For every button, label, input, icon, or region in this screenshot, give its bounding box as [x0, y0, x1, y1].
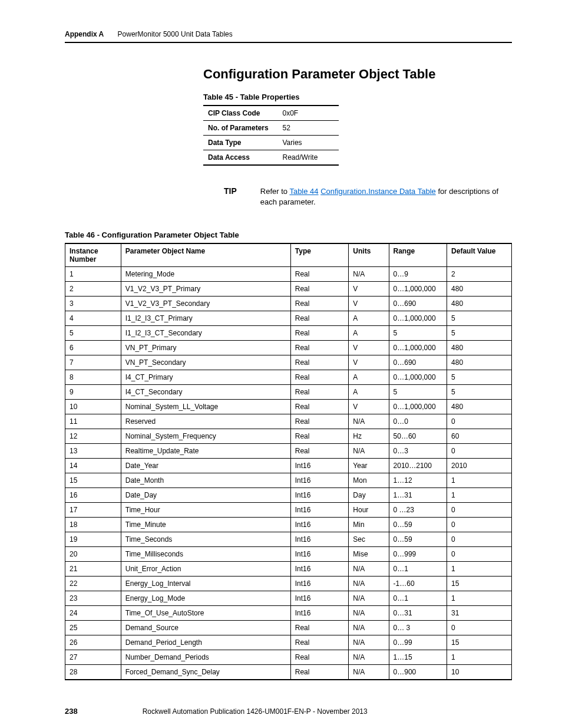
table-row: 22Energy_Log_IntervalInt16N/A-1…6015	[65, 577, 512, 591]
header-text: Appendix A PowerMonitor 5000 Unit Data T…	[65, 30, 233, 38]
cell: Number_Demand_Periods	[121, 650, 290, 665]
cell: 5	[65, 326, 121, 341]
cell: Int16	[290, 562, 349, 577]
table-row: 3V1_V2_V3_PT_SecondaryRealV0…690480	[65, 297, 512, 311]
cell: Sec	[349, 532, 389, 547]
cell: 0…1,000,000	[389, 311, 447, 326]
table-row: Data TypeVaries	[203, 136, 339, 150]
cell: V	[349, 355, 389, 370]
cell: N/A	[349, 444, 389, 459]
table-row: 7VN_PT_SecondaryRealV0…690480	[65, 355, 512, 370]
prop-value: Read/Write	[278, 150, 339, 166]
cell: Int16	[290, 459, 349, 473]
cell: 12	[65, 429, 121, 444]
table-properties: CIP Class Code0x0FNo. of Parameters52Dat…	[203, 105, 339, 166]
cell: Time_Milliseconds	[121, 547, 290, 562]
cell: 21	[65, 562, 121, 577]
cell: Time_Minute	[121, 518, 290, 532]
cell: 1	[447, 591, 512, 606]
cell: Time_Hour	[121, 503, 290, 518]
cell: 26	[65, 635, 121, 650]
table-row: 11ReservedRealN/A0…00	[65, 414, 512, 429]
cell: N/A	[349, 635, 389, 650]
cell: A	[349, 385, 389, 400]
cell: Real	[290, 311, 349, 326]
cell: Energy_Log_Mode	[121, 591, 290, 606]
cell: 0…31	[389, 606, 447, 621]
cell: Date_Day	[121, 488, 290, 503]
cell: Int16	[290, 577, 349, 591]
cell: I1_I2_I3_CT_Primary	[121, 311, 290, 326]
cell: 18	[65, 518, 121, 532]
cell: Real	[290, 297, 349, 311]
cell: 1…31	[389, 488, 447, 503]
cell: I4_CT_Secondary	[121, 385, 290, 400]
table-row: Data AccessRead/Write	[203, 150, 339, 166]
cell: 1	[65, 267, 121, 282]
cell: Mon	[349, 473, 389, 488]
cell: 27	[65, 650, 121, 665]
cell: VN_PT_Secondary	[121, 355, 290, 370]
cell: Int16	[290, 518, 349, 532]
cell: Real	[290, 665, 349, 680]
tip-link-table44[interactable]: Table 44	[289, 187, 318, 196]
cell: N/A	[349, 591, 389, 606]
table-row: 26Demand_Period_LengthRealN/A0…9915	[65, 635, 512, 650]
cell: 28	[65, 665, 121, 680]
cell: 1…15	[389, 650, 447, 665]
cell: Demand_Source	[121, 621, 290, 635]
cell: V1_V2_V3_PT_Secondary	[121, 297, 290, 311]
cell: Int16	[290, 473, 349, 488]
cell: N/A	[349, 577, 389, 591]
cell: N/A	[349, 414, 389, 429]
prop-value: 52	[278, 121, 339, 136]
prop-label: CIP Class Code	[203, 106, 278, 121]
cell: 0…1,000,000	[389, 400, 447, 414]
cell: 0	[447, 621, 512, 635]
prop-label: Data Access	[203, 150, 278, 166]
cell: N/A	[349, 650, 389, 665]
cell: 50…60	[389, 429, 447, 444]
cell: 1	[447, 650, 512, 665]
table-row: 24Time_Of_Use_AutoStoreInt16N/A0…3131	[65, 606, 512, 621]
prop-label: Data Type	[203, 136, 278, 150]
cell: 8	[65, 370, 121, 385]
cell: N/A	[349, 606, 389, 621]
table-row: 14Date_YearInt16Year2010…21002010	[65, 459, 512, 473]
table-row: 12Nominal_System_FrequencyRealHz50…6060	[65, 429, 512, 444]
cell: 60	[447, 429, 512, 444]
cell: 22	[65, 577, 121, 591]
cell: Mise	[349, 547, 389, 562]
tip-link-config-instance[interactable]: Configuration.Instance Data Table	[320, 187, 436, 196]
cell: Real	[290, 341, 349, 355]
cell: 0	[447, 518, 512, 532]
cell: 19	[65, 532, 121, 547]
table-row: 16Date_DayInt16Day1…311	[65, 488, 512, 503]
cell: 0…900	[389, 665, 447, 680]
cell: N/A	[349, 562, 389, 577]
cell: Real	[290, 414, 349, 429]
cell: V	[349, 400, 389, 414]
table-row: 5I1_I2_I3_CT_SecondaryRealA55	[65, 326, 512, 341]
cell: 480	[447, 282, 512, 297]
table-row: 10Nominal_System_LL_VoltageRealV0…1,000,…	[65, 400, 512, 414]
cell: Min	[349, 518, 389, 532]
cell: 1…12	[389, 473, 447, 488]
tip-block: TIP Refer to Table 44 Configuration.Inst…	[224, 186, 512, 207]
cell: Real	[290, 635, 349, 650]
table-row: 19Time_SecondsInt16Sec0…590	[65, 532, 512, 547]
cell: Unit_Error_Action	[121, 562, 290, 577]
cell: 5	[389, 385, 447, 400]
table-row: 2V1_V2_V3_PT_PrimaryRealV0…1,000,000480	[65, 282, 512, 297]
cell: 17	[65, 503, 121, 518]
cell: 0…1	[389, 591, 447, 606]
cell: I4_CT_Primary	[121, 370, 290, 385]
cell: 15	[65, 473, 121, 488]
table-row: 23Energy_Log_ModeInt16N/A0…11	[65, 591, 512, 606]
prop-value: 0x0F	[278, 106, 339, 121]
cell: Real	[290, 650, 349, 665]
table-row: 27Number_Demand_PeriodsRealN/A1…151	[65, 650, 512, 665]
cell: 0	[447, 414, 512, 429]
cell: Metering_Mode	[121, 267, 290, 282]
cell: Real	[290, 267, 349, 282]
